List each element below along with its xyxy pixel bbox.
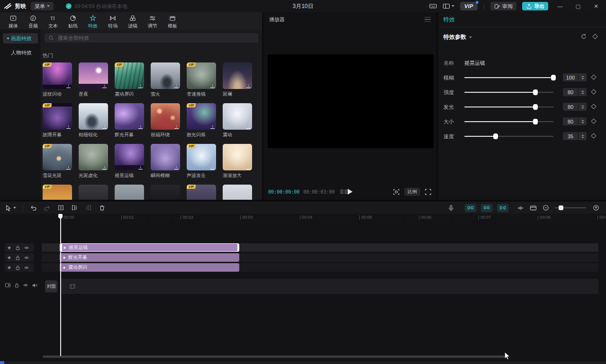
- tab-transition[interactable]: 转场: [103, 12, 123, 29]
- effect-card[interactable]: [151, 185, 180, 200]
- horizontal-scrollbar[interactable]: [43, 355, 507, 358]
- download-icon[interactable]: ↓: [174, 83, 179, 88]
- playhead-line[interactable]: [60, 214, 61, 356]
- vip-badge[interactable]: VIP: [460, 2, 478, 10]
- effect-thumbnail[interactable]: [223, 185, 252, 200]
- effect-thumbnail[interactable]: [115, 185, 144, 200]
- split-icon[interactable]: [57, 204, 64, 212]
- keyframe-diamond-icon[interactable]: [591, 133, 596, 138]
- snapshot-icon[interactable]: [393, 188, 400, 195]
- lock-icon[interactable]: [15, 245, 20, 250]
- effect-card[interactable]: ↓摇晃运镜: [115, 144, 144, 179]
- effect-thumbnail[interactable]: ↓: [151, 144, 180, 170]
- slider-stepper[interactable]: [579, 73, 587, 81]
- slider-thumb[interactable]: [493, 133, 498, 139]
- effect-thumbnail[interactable]: VIP↓: [187, 144, 216, 170]
- lock-icon[interactable]: [15, 255, 20, 260]
- slider-stepper[interactable]: [579, 132, 587, 140]
- effect-thumbnail[interactable]: ↓: [115, 103, 144, 130]
- fullscreen-icon[interactable]: [425, 188, 432, 195]
- close-button[interactable]: ✕: [590, 0, 602, 12]
- minimize-button[interactable]: —: [554, 0, 566, 12]
- effect-card[interactable]: ↓斑斓: [223, 62, 252, 98]
- link-toggle-icon[interactable]: [481, 204, 492, 212]
- effect-thumbnail[interactable]: VIP↓: [43, 103, 72, 130]
- eye-icon[interactable]: [24, 245, 29, 250]
- download-icon[interactable]: ↓: [174, 124, 179, 129]
- effect-thumbnail[interactable]: VIP: [43, 185, 72, 200]
- effect-card[interactable]: ↓萤火: [151, 62, 180, 98]
- ratio-button[interactable]: 比例: [405, 188, 420, 195]
- download-icon[interactable]: ↓: [102, 124, 107, 129]
- sidebar-item-character-effects[interactable]: 人物特效: [3, 47, 38, 58]
- reset-icon[interactable]: [580, 33, 587, 40]
- slider-stepper[interactable]: [579, 103, 587, 111]
- effect-card[interactable]: VIP↓变速推镜: [187, 62, 216, 98]
- tab-audio[interactable]: 音频: [23, 12, 43, 29]
- play-button[interactable]: [348, 189, 353, 195]
- lock-icon[interactable]: [14, 283, 19, 288]
- effect-card[interactable]: VIP: [43, 185, 72, 200]
- effect-thumbnail[interactable]: ↓: [79, 144, 108, 170]
- effect-thumbnail[interactable]: ↓: [151, 62, 180, 89]
- download-icon[interactable]: ↓: [138, 165, 143, 169]
- timeline-zoom-slider[interactable]: [555, 207, 586, 208]
- collapse-icon[interactable]: [469, 36, 472, 38]
- export-button[interactable]: 导出: [522, 2, 548, 10]
- effect-thumbnail[interactable]: [151, 185, 180, 200]
- maximize-button[interactable]: ▢: [572, 0, 584, 12]
- timeline-ruler[interactable]: 00:0000:0100:0200:0300:0400:0500:0600:07…: [0, 214, 606, 221]
- select-tool-icon[interactable]: [5, 204, 16, 212]
- undo-icon[interactable]: [30, 204, 37, 212]
- effect-card[interactable]: ↓渐渐放大: [223, 144, 252, 179]
- effect-card[interactable]: ↓祝福环绕: [151, 103, 180, 138]
- align-icon[interactable]: [517, 205, 524, 211]
- slider-track[interactable]: [464, 136, 553, 137]
- delete-icon[interactable]: [99, 204, 106, 212]
- download-icon[interactable]: ↓: [246, 124, 251, 129]
- snap-toggle-icon[interactable]: [497, 204, 508, 212]
- tab-template[interactable]: 模板: [163, 12, 182, 29]
- tab-text[interactable]: TI 文本: [43, 12, 63, 29]
- download-icon[interactable]: ↓: [210, 165, 215, 169]
- slider-track[interactable]: [464, 121, 553, 122]
- slider-value[interactable]: 35: [563, 132, 578, 140]
- layout-switch-icon[interactable]: [443, 2, 454, 10]
- effect-thumbnail[interactable]: ↓: [223, 144, 252, 170]
- effect-card[interactable]: ↓辉光开幕: [115, 103, 144, 138]
- current-time[interactable]: 00:00:00:00: [268, 189, 299, 195]
- effect-thumbnail[interactable]: VIP↓: [187, 103, 216, 130]
- slider-thumb[interactable]: [533, 104, 538, 110]
- download-icon[interactable]: ↓: [102, 83, 107, 88]
- effect-clip-2[interactable]: 辉光开幕: [60, 253, 239, 262]
- review-button[interactable]: 审阅: [490, 2, 516, 10]
- download-icon[interactable]: ↓: [174, 165, 179, 169]
- slider-track[interactable]: [464, 92, 553, 93]
- search-box[interactable]: [45, 33, 258, 43]
- slider-thumb[interactable]: [551, 75, 556, 80]
- slider-value[interactable]: 100: [563, 73, 578, 81]
- zoom-slider-thumb[interactable]: [559, 205, 563, 210]
- effect-thumbnail[interactable]: ↓: [223, 103, 252, 130]
- keyboard-shortcuts-icon[interactable]: [429, 2, 437, 10]
- slider-track[interactable]: [464, 77, 553, 78]
- effect-thumbnail[interactable]: ↓: [79, 62, 108, 89]
- effect-thumbnail[interactable]: VIP↓: [115, 62, 144, 89]
- effect-thumbnail[interactable]: ↓: [115, 144, 144, 170]
- effect-card[interactable]: VIP↓声波攻击: [187, 144, 216, 179]
- inspector-tab-effects[interactable]: 特效: [443, 16, 455, 24]
- effect-thumbnail[interactable]: ↓: [79, 103, 108, 130]
- main-video-track[interactable]: [61, 279, 598, 294]
- effect-card[interactable]: [115, 185, 144, 200]
- slider-track[interactable]: [464, 107, 553, 107]
- download-icon[interactable]: ↓: [246, 165, 251, 169]
- slider-value[interactable]: 80: [563, 117, 578, 125]
- effect-card[interactable]: ↓瞬间模糊: [151, 144, 180, 179]
- cover-button[interactable]: 封面: [45, 280, 57, 293]
- download-icon[interactable]: ↓: [66, 83, 71, 88]
- effect-thumbnail[interactable]: ↓: [223, 62, 252, 89]
- effect-card[interactable]: [223, 185, 252, 200]
- effect-card[interactable]: ↓星夜: [79, 62, 108, 98]
- redo-icon[interactable]: [44, 204, 51, 212]
- tab-adjust[interactable]: 调节: [143, 12, 163, 29]
